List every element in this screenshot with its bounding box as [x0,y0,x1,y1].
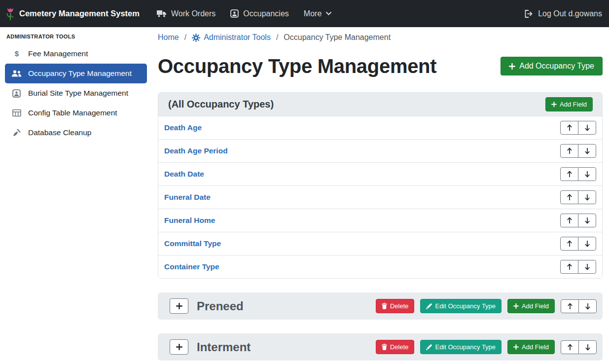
sidebar-item-fee-management[interactable]: $ Fee Management [5,44,147,64]
move-down-button[interactable] [578,340,597,354]
field-link[interactable]: Death Age [164,123,202,132]
section-title: Interment [197,340,251,354]
section-actions: Delete Edit Occupancy Type Add Field [376,299,597,313]
expand-button[interactable] [170,298,188,314]
reorder-buttons [560,167,596,181]
breadcrumb-admin-label: Administrator Tools [204,33,271,42]
arrow-up-icon [567,147,573,154]
app-brand[interactable]: Cemetery Management System [6,7,140,21]
field-row: Committal Type [158,232,602,255]
move-down-button[interactable] [578,260,596,274]
field-link[interactable]: Funeral Date [164,193,211,202]
reorder-buttons [560,214,596,227]
dollar-icon: $ [11,49,22,58]
expand-button[interactable] [170,339,188,355]
breadcrumb-separator: / [184,33,186,42]
move-up-button[interactable] [560,190,578,204]
plus-icon [513,344,519,350]
gear-icon [192,34,200,42]
field-row: Death Date [158,162,602,185]
section-title: Preneed [197,299,244,313]
reorder-buttons [560,260,596,274]
plus-icon [551,102,557,107]
move-up-button[interactable] [561,340,579,354]
sidebar-heading: ADMINISTRATOR TOOLS [0,34,152,39]
delete-button[interactable]: Delete [376,340,415,354]
sidebar-item-config-table-management[interactable]: Config Table Management [5,103,147,123]
reorder-buttons [560,144,596,158]
tulip-logo-icon [6,7,15,21]
breadcrumb-administrator-tools[interactable]: Administrator Tools [192,33,271,42]
move-up-button[interactable] [560,121,578,135]
plus-icon [176,344,182,350]
arrow-up-icon [567,194,573,201]
sidebar-item-burial-site-type-management[interactable]: Burial Site Type Management [5,83,147,103]
move-down-button[interactable] [578,144,596,158]
arrow-down-icon [584,263,590,270]
main-content: Home / Administrator Tools / Occupancy T… [152,27,609,364]
add-field-button[interactable]: Add Field [545,97,593,111]
arrow-up-icon [567,240,573,247]
nav-more[interactable]: More [296,0,339,27]
field-row: Funeral Home [158,209,602,232]
arrow-up-icon [567,344,573,351]
move-down-button[interactable] [578,167,596,181]
field-link[interactable]: Container Type [164,262,219,271]
move-up-button[interactable] [561,299,579,313]
arrow-down-icon [585,344,591,351]
move-down-button[interactable] [578,190,596,204]
field-link[interactable]: Death Age Period [164,146,228,155]
sidebar: ADMINISTRATOR TOOLS $ Fee Management Occ… [0,27,152,364]
pencil-icon [426,344,432,350]
logout-icon [525,10,534,18]
edit-occupancy-type-button[interactable]: Edit Occupancy Type [420,340,502,354]
move-down-button[interactable] [578,299,597,313]
arrow-up-icon [567,124,573,131]
add-occupancy-type-button[interactable]: Add Occupancy Type [501,57,603,75]
breadcrumb: Home / Administrator Tools / Occupancy T… [158,33,603,42]
add-field-label: Add Field [560,101,587,108]
card-title: (All Occupancy Types) [168,99,274,110]
field-link[interactable]: Funeral Home [164,216,215,225]
all-occupancy-types-card: (All Occupancy Types) Add Field Death Ag… [158,92,603,279]
move-up-button[interactable] [560,144,578,158]
nav-work-orders[interactable]: Work Orders [149,0,223,27]
delete-label: Delete [390,343,409,351]
breadcrumb-home[interactable]: Home [158,33,179,42]
field-link[interactable]: Death Date [164,170,204,179]
section-actions: Delete Edit Occupancy Type Add Field [376,340,597,354]
arrow-down-icon [584,217,590,224]
move-down-button[interactable] [578,121,596,135]
nav-occupancies[interactable]: Occupancies [223,0,296,27]
field-row: Death Age [158,116,602,139]
delete-button[interactable]: Delete [376,299,415,313]
sidebar-item-label: Burial Site Type Management [28,89,128,98]
card-header: (All Occupancy Types) Add Field [158,93,602,116]
field-link[interactable]: Committal Type [164,239,221,248]
add-occupancy-type-label: Add Occupancy Type [519,62,594,71]
move-down-button[interactable] [578,214,596,227]
edit-occupancy-type-button[interactable]: Edit Occupancy Type [420,299,502,313]
edit-label: Edit Occupancy Type [435,302,496,310]
move-up-button[interactable] [560,167,578,181]
add-field-button[interactable]: Add Field [507,299,555,313]
add-field-button[interactable]: Add Field [507,340,555,354]
move-down-button[interactable] [578,237,596,251]
pencil-icon [426,303,432,309]
reorder-buttons [561,299,597,313]
edit-label: Edit Occupancy Type [435,343,496,351]
truck-icon [157,9,167,18]
move-up-button[interactable] [560,260,578,274]
move-up-button[interactable] [560,237,578,251]
reorder-buttons [560,121,596,135]
sidebar-item-database-cleanup[interactable]: Database Cleanup [5,123,147,143]
arrow-down-icon [584,171,590,178]
trash-icon [382,303,387,309]
occupancy-type-section: Preneed Delete Edit Occupancy Type Add F… [158,292,603,320]
move-up-button[interactable] [560,214,578,227]
nav-work-orders-label: Work Orders [171,9,215,18]
sidebar-item-occupancy-type-management[interactable]: Occupancy Type Management [5,64,147,83]
sidebar-item-label: Fee Management [28,49,88,58]
logout-button[interactable]: Log Out d.gowans [517,0,603,27]
nav-more-label: More [304,9,322,18]
